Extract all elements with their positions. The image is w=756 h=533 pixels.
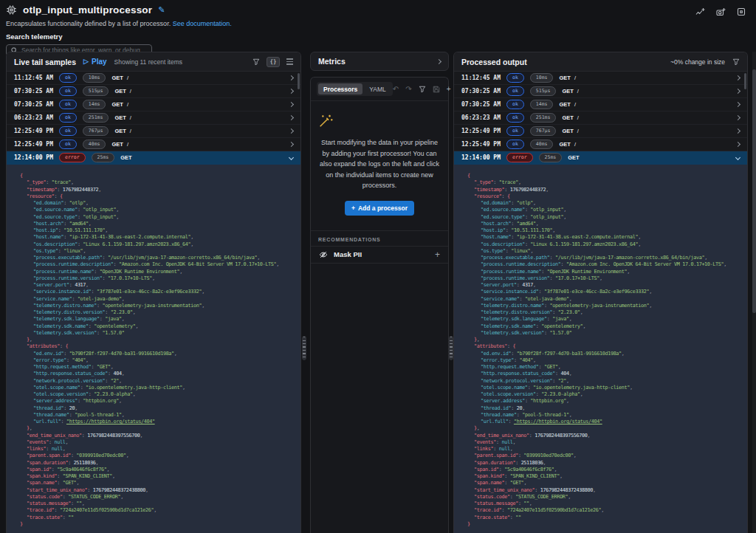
json-line: "otel.scope.name": "io.opentelemetry.jav…: [467, 385, 744, 391]
json-comma: ,: [82, 501, 85, 506]
log-row[interactable]: 12:25:49 PMok40msGET/: [7, 138, 300, 151]
json-key: "ed.domain": [481, 200, 511, 206]
live-tail-panel: Live tail samples ▷ Play Showing 11 rece…: [6, 52, 301, 533]
json-line: "otel.scope.name": "io.opentelemetry.jav…: [20, 385, 298, 391]
log-row[interactable]: 12:25:49 PMok40msGET/: [454, 138, 747, 151]
json-colon: :: [493, 179, 498, 185]
page-scrollbar[interactable]: [752, 52, 756, 533]
json-line: "telemetry.distro.name": "opentelemetry-…: [467, 303, 744, 309]
log-row[interactable]: 07:30:25 AMok515μsGET/: [454, 85, 747, 98]
json-comma: ,: [89, 221, 92, 227]
filter-icon[interactable]: [419, 86, 426, 93]
trace-json-viewer: {"_type": "trace","timestamp": 176798244…: [454, 165, 747, 533]
log-row[interactable]: 11:12:45 AMok10msGET/: [454, 72, 747, 85]
json-comma: ,: [111, 364, 114, 370]
edit-icon[interactable]: ✎: [158, 5, 165, 15]
json-comma: ,: [649, 303, 652, 309]
add-processor-button[interactable]: + Add a processor: [345, 201, 414, 216]
json-string-value: "/usr/lib/jvm/java-17-amazon-corretto.x8…: [108, 255, 257, 261]
json-key: "links": [27, 446, 46, 452]
redo-icon[interactable]: ↷: [405, 86, 411, 93]
recommendation-mask-pii[interactable]: Mask PII +: [311, 246, 448, 264]
add-recommendation-icon[interactable]: +: [435, 250, 440, 260]
json-line: "ed.source.type": "otlp_input",: [20, 214, 298, 221]
json-comma: ,: [152, 275, 155, 281]
http-path: /: [577, 128, 579, 134]
live-tail-title: Live tail samples: [14, 58, 76, 66]
json-key: "trace.state": [474, 515, 510, 520]
metrics-card[interactable]: Metrics: [310, 52, 449, 71]
json-string-value: "3f787e01-e3ce-46cc-8a2c-e3ef96ce3332": [544, 289, 649, 295]
documentation-link[interactable]: See documentation.: [173, 20, 232, 27]
log-row[interactable]: 06:23:23 AMok251msGET/: [454, 111, 747, 125]
scrollbar-thumb[interactable]: [752, 69, 756, 313]
json-comma: ,: [120, 494, 123, 500]
json-comma: ,: [530, 248, 533, 254]
json-colon: :: [511, 221, 516, 227]
chevron-down-icon: [735, 155, 740, 160]
json-key: "network.protocol.version": [481, 378, 552, 384]
add-visualization-icon[interactable]: [695, 7, 705, 17]
json-key: "network.protocol.version": [33, 378, 105, 384]
scrollbar-thumb[interactable]: [298, 73, 300, 89]
http-method: GET: [111, 101, 123, 108]
json-string-value: "2.23.0": [111, 309, 133, 315]
log-row[interactable]: 07:30:25 AMok14msGET/: [454, 98, 747, 111]
log-row[interactable]: 11:12:45 AMok10msGET/: [7, 72, 300, 85]
json-number-value: 4317: [75, 282, 86, 288]
json-brace: {: [507, 193, 510, 199]
json-line: "server.port": 4317,: [467, 282, 744, 289]
json-comma: ,: [86, 200, 89, 206]
json-string-value: "trace": [52, 179, 71, 185]
capture-plus-icon[interactable]: [716, 7, 726, 17]
json-string-value: "pool-5-thread-1": [522, 412, 569, 418]
log-row[interactable]: 07:30:25 AMok14msGET/: [7, 98, 300, 111]
url-link[interactable]: "https://httpbin.org/status/404": [66, 419, 155, 424]
scrollbar-thumb[interactable]: [744, 73, 746, 89]
plus-icon[interactable]: +: [447, 86, 451, 93]
json-key: "thread.name": [33, 412, 69, 418]
panel-resize-grip[interactable]: [302, 336, 306, 360]
json-null-value: null: [52, 446, 63, 452]
play-button[interactable]: ▷ Play: [83, 58, 107, 66]
http-method: GET: [559, 141, 570, 148]
table-view-icon[interactable]: [286, 58, 293, 64]
json-colon: :: [103, 255, 108, 261]
json-comma: ,: [599, 275, 602, 281]
filter-icon[interactable]: [252, 58, 260, 66]
json-line: "host.arch": "amd64",: [467, 221, 744, 227]
json-comma: ,: [627, 269, 630, 275]
log-row[interactable]: 06:23:23 AMok251msGET/: [7, 111, 300, 125]
json-comma: ,: [569, 371, 572, 376]
http-method: GET: [559, 75, 570, 81]
json-key: "span.id": [27, 467, 52, 472]
panel-layout-icon[interactable]: [737, 7, 746, 17]
json-line: "ed.env.id": "b790f28f-f297-4d70-ba31-99…: [467, 351, 744, 357]
log-row[interactable]: 12:14:00 PMerror25msGET: [7, 151, 300, 165]
json-line: "process.runtime.name": "OpenJDK Runtime…: [20, 269, 298, 275]
json-comma: ,: [133, 309, 136, 315]
json-comma: ,: [140, 433, 142, 439]
json-key: "parent.span.id": [27, 453, 71, 458]
log-row[interactable]: 12:25:49 PMok767μsGET/: [7, 125, 300, 138]
filter-icon[interactable]: [732, 58, 740, 66]
status-badge: ok: [506, 140, 524, 149]
log-row[interactable]: 07:30:25 AMok515μsGET/: [7, 85, 300, 98]
code-view-icon[interactable]: {}: [267, 57, 280, 67]
header-toolbar: [695, 7, 746, 17]
url-link[interactable]: "https://httpbin.org/status/404": [514, 419, 602, 424]
undo-icon[interactable]: ↶: [393, 86, 399, 93]
json-line: "service.instance.id": "3f787e01-e3ce-46…: [467, 289, 744, 295]
panel-resize-grip[interactable]: [449, 336, 453, 360]
json-key: "ed.source.type": [33, 214, 78, 220]
duration-badge: 251ms: [83, 113, 109, 123]
chevron-right-icon: [735, 102, 740, 107]
json-comma: ,: [63, 446, 66, 452]
tab-processors[interactable]: Processors: [318, 83, 362, 94]
save-icon[interactable]: [433, 86, 440, 93]
tab-yaml[interactable]: YAML: [364, 83, 391, 94]
chevron-right-icon: [735, 128, 740, 134]
json-key: "span.id": [474, 467, 499, 472]
log-row[interactable]: 12:14:00 PMerror25msGET: [454, 151, 747, 165]
log-row[interactable]: 12:25:49 PMok767μsGET/: [454, 125, 747, 138]
